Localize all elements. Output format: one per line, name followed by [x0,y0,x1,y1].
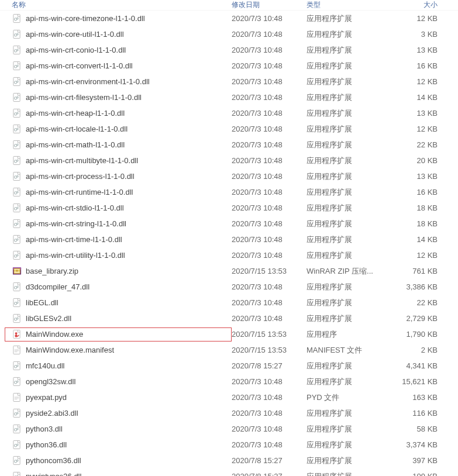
file-row[interactable]: api-ms-win-crt-runtime-l1-1-0.dll2020/7/… [0,184,458,200]
file-row[interactable]: libEGL.dll2020/7/3 10:48应用程序扩展22 KB [0,295,458,311]
file-size: 397 KB [388,456,441,465]
file-name-cell[interactable]: api-ms-win-crt-multibyte-l1-1-0.dll [5,156,232,166]
column-header-row: 名称 修改日期 类型 大小 [0,0,458,11]
file-row[interactable]: opengl32sw.dll2020/7/3 10:48应用程序扩展15,621… [0,374,458,389]
file-name-cell[interactable]: opengl32sw.dll [5,377,232,387]
file-type: 应用程序扩展 [307,313,388,324]
column-header-size[interactable]: 大小 [388,0,441,10]
file-name-cell[interactable]: api-ms-win-crt-convert-l1-1-0.dll [5,61,232,71]
file-row[interactable]: api-ms-win-crt-heap-l1-1-0.dll2020/7/3 1… [0,105,458,121]
column-header-type[interactable]: 类型 [307,0,388,10]
file-date: 2020/7/3 10:48 [232,251,307,260]
file-name-cell[interactable]: base_library.zip [5,266,232,277]
file-row[interactable]: pyside2.abi3.dll2020/7/3 10:48应用程序扩展116 … [0,405,458,421]
file-date: 2020/7/3 10:48 [232,61,307,70]
file-name: api-ms-win-crt-conio-l1-1-0.dll [26,46,126,54]
file-type: 应用程序 [307,329,388,340]
file-size: 16 KB [388,61,441,70]
dll-icon [12,45,22,56]
dll-icon [12,124,22,134]
file-date: 2020/7/15 13:53 [232,267,307,275]
file-row[interactable]: d3dcompiler_47.dll2020/7/3 10:48应用程序扩展3,… [0,279,458,295]
file-row[interactable]: api-ms-win-crt-conio-l1-1-0.dll2020/7/3 … [0,42,458,58]
file-row[interactable]: api-ms-win-core-util-l1-1-0.dll2020/7/3 … [0,26,458,42]
file-name-cell[interactable]: python3.dll [5,424,232,434]
file-row[interactable]: MainWindow.exe.manifest2020/7/15 13:53MA… [0,342,458,358]
file-row[interactable]: api-ms-win-crt-time-l1-1-0.dll2020/7/3 1… [0,232,458,247]
file-row[interactable]: pywintypes36.dll2020/7/8 15:27应用程序扩展109 … [0,468,458,476]
file-date: 2020/7/8 15:27 [232,361,307,370]
file-row[interactable]: libGLESv2.dll2020/7/3 10:48应用程序扩展2,729 K… [0,311,458,326]
file-row[interactable]: api-ms-win-crt-convert-l1-1-0.dll2020/7/… [0,58,458,74]
file-row[interactable]: python3.dll2020/7/3 10:48应用程序扩展58 KB [0,421,458,437]
file-name-cell[interactable]: api-ms-win-crt-math-l1-1-0.dll [5,140,232,150]
file-size: 15,621 KB [388,377,441,386]
file-row[interactable]: api-ms-win-core-timezone-l1-1-0.dll2020/… [0,11,458,26]
file-row[interactable]: mfc140u.dll2020/7/8 15:27应用程序扩展4,341 KB [0,358,458,374]
file-name: pyexpat.pyd [26,393,67,402]
file-name-cell[interactable]: api-ms-win-crt-heap-l1-1-0.dll [5,108,232,119]
file-row[interactable]: api-ms-win-crt-utility-l1-1-0.dll2020/7/… [0,247,458,263]
dll-icon [12,13,22,24]
file-name-cell[interactable]: api-ms-win-crt-string-l1-1-0.dll [5,219,232,229]
file-name-cell[interactable]: libEGL.dll [5,298,232,308]
file-name-cell[interactable]: api-ms-win-core-util-l1-1-0.dll [5,29,232,40]
file-name: python36.dll [26,440,67,449]
file-name-cell[interactable]: api-ms-win-crt-process-l1-1-0.dll [5,171,232,182]
file-name-cell[interactable]: api-ms-win-crt-runtime-l1-1-0.dll [5,187,232,198]
file-name-cell[interactable]: api-ms-win-crt-stdio-l1-1-0.dll [5,203,232,213]
file-row[interactable]: api-ms-win-crt-math-l1-1-0.dll2020/7/3 1… [0,137,458,153]
file-name-cell[interactable]: pyside2.abi3.dll [5,408,232,419]
file-size: 109 KB [388,472,441,476]
file-row[interactable]: base_library.zip2020/7/15 13:53WinRAR ZI… [0,263,458,279]
file-name-cell[interactable]: python36.dll [5,440,232,450]
file-row[interactable]: api-ms-win-crt-multibyte-l1-1-0.dll2020/… [0,153,458,168]
file-row[interactable]: api-ms-win-crt-filesystem-l1-1-0.dll2020… [0,89,458,105]
file-size: 12 KB [388,77,441,86]
file-name-cell[interactable]: api-ms-win-crt-conio-l1-1-0.dll [5,45,232,56]
file-date: 2020/7/3 10:48 [232,314,307,323]
file-row[interactable]: MainWindow.exe2020/7/15 13:53应用程序1,790 K… [0,326,458,342]
file-type: 应用程序扩展 [307,61,388,71]
file-row[interactable]: api-ms-win-crt-environment-l1-1-0.dll202… [0,74,458,89]
file-name-cell[interactable]: api-ms-win-crt-environment-l1-1-0.dll [5,77,232,87]
file-name-cell[interactable]: api-ms-win-crt-time-l1-1-0.dll [5,234,232,245]
file-size: 3,374 KB [388,440,441,449]
file-name-cell[interactable]: api-ms-win-crt-locale-l1-1-0.dll [5,124,232,134]
file-size: 761 KB [388,267,441,275]
file-type: 应用程序扩展 [307,156,388,166]
file-size: 20 KB [388,156,441,165]
file-row[interactable]: pyexpat.pyd2020/7/3 10:48PYD 文件163 KB [0,389,458,405]
file-name-cell[interactable]: MainWindow.exe.manifest [5,345,232,356]
column-header-name[interactable]: 名称 [5,0,232,10]
file-row[interactable]: api-ms-win-crt-locale-l1-1-0.dll2020/7/3… [0,121,458,137]
file-name-cell[interactable]: mfc140u.dll [5,361,232,371]
file-name-cell[interactable]: MainWindow.exe [5,327,232,342]
file-size: 4,341 KB [388,361,441,370]
file-size: 13 KB [388,46,441,54]
file-row[interactable]: python36.dll2020/7/3 10:48应用程序扩展3,374 KB [0,437,458,453]
file-name-cell[interactable]: d3dcompiler_47.dll [5,282,232,292]
file-name-cell[interactable]: api-ms-win-crt-filesystem-l1-1-0.dll [5,92,232,103]
file-name-cell[interactable]: pyexpat.pyd [5,392,232,403]
dll-icon [12,377,22,387]
column-header-date[interactable]: 修改日期 [232,0,307,10]
file-name-cell[interactable]: pythoncom36.dll [5,456,232,466]
dll-icon [12,203,22,213]
file-row[interactable]: pythoncom36.dll2020/7/8 15:27应用程序扩展397 K… [0,453,458,468]
file-date: 2020/7/3 10:48 [232,77,307,86]
file-date: 2020/7/15 13:53 [232,330,307,339]
file-name-cell[interactable]: pywintypes36.dll [5,471,232,477]
file-name: mfc140u.dll [26,361,64,370]
file-name-cell[interactable]: api-ms-win-crt-utility-l1-1-0.dll [5,250,232,261]
file-list: api-ms-win-core-timezone-l1-1-0.dll2020/… [0,11,458,476]
file-row[interactable]: api-ms-win-crt-string-l1-1-0.dll2020/7/3… [0,216,458,232]
file-name-cell[interactable]: api-ms-win-core-timezone-l1-1-0.dll [5,13,232,24]
file-type: 应用程序扩展 [307,171,388,182]
file-name-cell[interactable]: libGLESv2.dll [5,313,232,324]
file-row[interactable]: api-ms-win-crt-process-l1-1-0.dll2020/7/… [0,168,458,184]
file-type: PYD 文件 [307,392,388,403]
file-type: 应用程序扩展 [307,471,388,477]
file-type: 应用程序扩展 [307,29,388,40]
file-row[interactable]: api-ms-win-crt-stdio-l1-1-0.dll2020/7/3 … [0,200,458,216]
